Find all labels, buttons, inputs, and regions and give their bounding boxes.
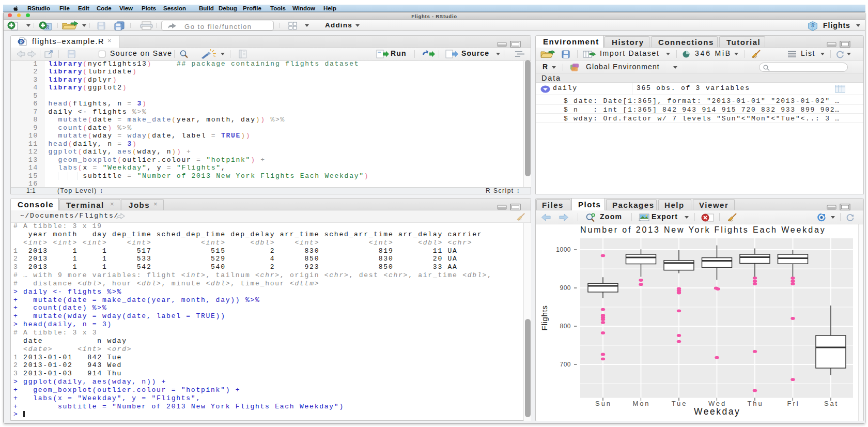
svg-text:Weekday: Weekday bbox=[694, 406, 740, 417]
svg-text:Number of 2013 New York Flight: Number of 2013 New York Flights Each Wee… bbox=[580, 225, 826, 234]
svg-text:Fri: Fri bbox=[787, 400, 800, 407]
svg-text:Sun: Sun bbox=[595, 400, 612, 407]
svg-text:Flights: Flights bbox=[540, 305, 549, 330]
svg-text:R: R bbox=[811, 22, 814, 28]
svg-text:Mon: Mon bbox=[633, 400, 650, 407]
svg-text:1000: 1000 bbox=[556, 246, 571, 253]
svg-text:700: 700 bbox=[560, 361, 571, 368]
svg-text:800: 800 bbox=[560, 323, 571, 330]
svg-text:Sat: Sat bbox=[824, 400, 839, 407]
svg-text:900: 900 bbox=[560, 284, 571, 292]
svg-text:Thu: Thu bbox=[747, 400, 763, 407]
svg-text:R: R bbox=[19, 39, 23, 44]
svg-text:Tue: Tue bbox=[672, 400, 688, 407]
